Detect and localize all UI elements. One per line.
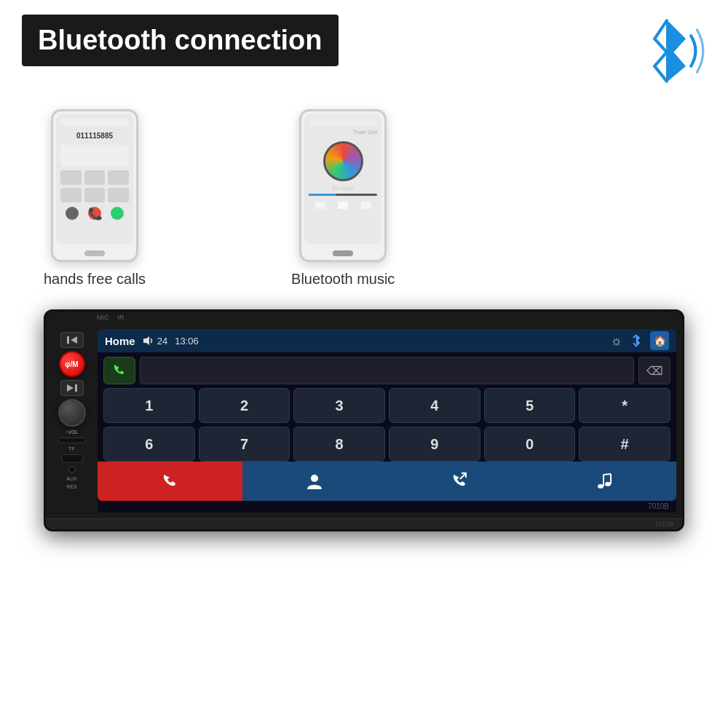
next-button[interactable] (60, 380, 84, 396)
volume-indicator: 24 (143, 336, 167, 347)
phone-left: 011115885 📞 han (44, 109, 146, 288)
aux-label: AUX (66, 476, 76, 481)
home-label: Home (105, 335, 135, 347)
vol-label: ↑VOL (66, 430, 79, 435)
key-7-button[interactable]: 7 (199, 427, 290, 462)
tf-label: TF (68, 446, 75, 451)
volume-knob[interactable] (58, 399, 86, 427)
svg-rect-3 (75, 384, 77, 392)
svg-line-13 (604, 474, 611, 475)
brightness-icon: ☼ (611, 333, 623, 349)
key-4-button[interactable]: 4 (389, 388, 480, 423)
usb-slot (61, 454, 83, 463)
music-button[interactable] (531, 462, 676, 501)
key-0-button[interactable]: 0 (484, 427, 576, 462)
clock: 13:06 (175, 336, 199, 347)
key-6-button[interactable]: 6 (103, 427, 195, 462)
key-#-button[interactable]: # (579, 427, 670, 462)
svg-marker-4 (143, 336, 149, 345)
home-icon-button[interactable]: 🏠 (650, 331, 669, 350)
key-9-button[interactable]: 9 (389, 427, 480, 462)
screen-body: ⌫ 12345*67890# (98, 352, 676, 462)
tf-slot (58, 438, 86, 443)
mic-label: MIC (97, 314, 109, 321)
contacts-button[interactable] (242, 462, 387, 501)
svg-point-7 (311, 475, 318, 482)
key-8-button[interactable]: 8 (293, 427, 385, 462)
number-input-field[interactable] (140, 357, 634, 384)
phone-number: 011115885 (60, 132, 129, 140)
key-3-button[interactable]: 3 (293, 388, 385, 423)
aux-port (68, 466, 76, 473)
call-icon-button[interactable] (103, 357, 135, 384)
res-label: RES (66, 484, 76, 489)
incoming-call-button[interactable] (387, 462, 532, 501)
statusbar-bluetooth-icon (630, 333, 643, 348)
bluetooth-icon (633, 7, 706, 95)
radio-bottom: 7010B (46, 518, 682, 529)
car-radio: MIC IR φ/M ↑VOL TF AUX RES (44, 309, 684, 531)
svg-line-6 (633, 335, 636, 338)
svg-marker-2 (67, 384, 74, 392)
call-button[interactable] (98, 462, 242, 501)
key-*-button[interactable]: * (579, 388, 670, 423)
svg-rect-1 (67, 336, 69, 344)
ir-label: IR (118, 314, 124, 321)
model-number: 7010B (98, 501, 676, 513)
key-1-button[interactable]: 1 (103, 388, 195, 423)
phone-right: Than Got Blu Music Bluetooth music (291, 109, 395, 288)
svg-point-9 (598, 484, 604, 488)
volume-value: 24 (157, 336, 167, 347)
prev-button[interactable] (60, 332, 84, 348)
screen-bottom-bar (98, 462, 676, 501)
keypad-grid: 12345*67890# (103, 388, 670, 462)
left-controls-panel: φ/M ↑VOL TF AUX RES (52, 329, 92, 513)
car-screen: Home 24 13:06 ☼ (98, 329, 676, 513)
svg-marker-0 (71, 336, 77, 344)
key-2-button[interactable]: 2 (199, 388, 290, 423)
phone-left-label: hands free calls (44, 271, 146, 288)
svg-line-8 (460, 473, 466, 479)
phone-right-label: Bluetooth music (291, 271, 395, 288)
svg-line-5 (633, 343, 636, 347)
key-5-button[interactable]: 5 (484, 388, 576, 423)
svg-point-10 (605, 482, 611, 486)
screen-statusbar: Home 24 13:06 ☼ (98, 329, 676, 352)
backspace-button[interactable]: ⌫ (638, 357, 670, 384)
page-title: Bluetooth connection (22, 15, 339, 66)
mode-button[interactable]: φ/M (59, 351, 85, 377)
